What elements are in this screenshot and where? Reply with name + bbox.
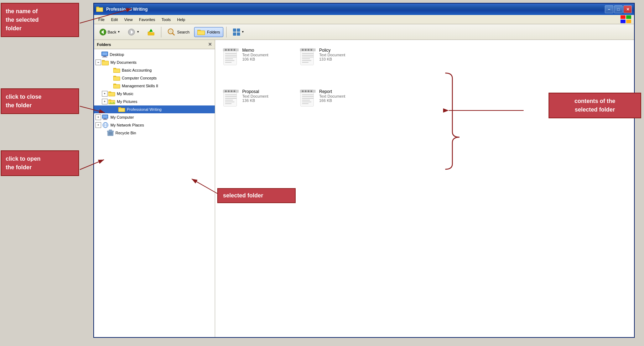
folders-label: Folders <box>207 30 220 34</box>
svg-marker-19 <box>149 29 153 32</box>
policy-type: Text Document <box>319 53 345 57</box>
desktop-label: Desktop <box>110 52 124 57</box>
views-button[interactable]: ▼ <box>229 26 248 38</box>
minimize-button[interactable]: − <box>605 5 613 13</box>
expand-my-music[interactable]: + <box>102 91 108 97</box>
svg-rect-38 <box>113 68 116 69</box>
management-skills-icon <box>113 83 120 89</box>
menu-edit[interactable]: Edit <box>108 16 121 23</box>
tree-item-my-computer[interactable]: + My Computer <box>94 113 215 121</box>
tree-item-my-network[interactable]: + My Network Places <box>94 121 215 129</box>
svg-rect-48 <box>109 93 115 96</box>
proposal-size: 136 KB <box>242 98 268 103</box>
tree-item-my-documents[interactable]: − My Documents <box>94 58 215 66</box>
up-button[interactable] <box>144 26 158 38</box>
toolbar: Back ▼ ▼ Search <box>94 24 634 40</box>
svg-rect-10 <box>626 15 631 19</box>
my-network-icon <box>102 122 109 128</box>
svg-rect-42 <box>114 77 120 80</box>
file-item-policy[interactable]: Policy Text Document 133 KB <box>298 46 369 81</box>
views-dropdown[interactable]: ▼ <box>242 30 244 33</box>
expand-my-computer[interactable]: + <box>95 114 101 120</box>
folders-button[interactable]: Folders <box>194 27 223 37</box>
svg-point-75 <box>234 49 235 51</box>
svg-point-98 <box>225 91 227 92</box>
toolbar-sep-1 <box>161 27 161 37</box>
file-item-proposal[interactable]: Proposal Text Document 136 KB <box>221 87 292 123</box>
tree-item-my-music[interactable]: + My Music <box>94 90 215 98</box>
svg-point-86 <box>305 49 307 51</box>
windows-logo <box>620 15 633 25</box>
menubar: File Edit View Favorites Tools Help <box>94 15 634 24</box>
close-button[interactable]: ✕ <box>623 5 632 13</box>
folders-panel-title: Folders <box>97 42 111 47</box>
svg-point-51 <box>110 101 111 102</box>
tree-item-basic-accounting[interactable]: Basic Accounting <box>94 66 215 74</box>
expand-my-pictures[interactable]: + <box>102 99 108 104</box>
professional-writing-icon <box>118 106 125 113</box>
basic-accounting-label: Basic Accounting <box>122 68 152 72</box>
search-label: Search <box>177 30 189 34</box>
svg-rect-8 <box>97 8 103 11</box>
memo-size: 106 KB <box>242 57 268 61</box>
back-dropdown[interactable]: ▼ <box>117 30 120 33</box>
svg-rect-9 <box>620 15 625 19</box>
annotation-selected-folder: selected folder <box>217 188 296 203</box>
svg-rect-58 <box>103 119 108 120</box>
svg-rect-41 <box>113 76 116 77</box>
annotation-contents: contents of theselected folder <box>549 93 641 118</box>
my-documents-icon <box>102 59 109 66</box>
tree-item-recycle-bin[interactable]: Recycle Bin <box>94 129 215 137</box>
back-button[interactable]: Back ▼ <box>96 27 123 37</box>
management-skills-label: Management Skills II <box>122 84 158 88</box>
forward-dropdown[interactable]: ▼ <box>136 30 139 33</box>
svg-point-74 <box>231 49 233 51</box>
menu-favorites[interactable]: Favorites <box>136 16 158 23</box>
svg-point-113 <box>308 91 310 92</box>
svg-rect-45 <box>114 85 120 88</box>
tree-item-desktop[interactable]: Desktop <box>94 51 215 58</box>
svg-point-99 <box>228 91 230 92</box>
policy-icon <box>300 48 316 67</box>
tree-item-management-skills[interactable]: Management Skills II <box>94 82 215 90</box>
search-button[interactable]: Search <box>164 26 193 38</box>
desktop-icon <box>101 51 108 58</box>
tree-item-professional-writing[interactable]: Professional Writing <box>94 105 215 113</box>
svg-rect-26 <box>233 29 236 32</box>
tree-item-my-pictures[interactable]: + My Pictures <box>94 98 215 105</box>
svg-point-85 <box>302 49 304 51</box>
menu-tools[interactable]: Tools <box>159 16 174 23</box>
svg-point-62 <box>103 123 108 128</box>
svg-rect-44 <box>113 84 116 85</box>
svg-point-87 <box>308 49 310 51</box>
svg-rect-29 <box>237 32 240 36</box>
menu-help[interactable]: Help <box>174 16 188 23</box>
svg-rect-31 <box>102 52 107 55</box>
menu-file[interactable]: File <box>95 16 108 23</box>
svg-point-114 <box>311 91 312 92</box>
basic-accounting-icon <box>113 67 120 73</box>
memo-name: Memo <box>242 48 268 53</box>
expand-my-network[interactable]: + <box>95 122 101 128</box>
svg-rect-64 <box>107 131 114 132</box>
folders-close-button[interactable]: ✕ <box>208 42 212 47</box>
computer-concepts-label: Computer Concepts <box>122 76 157 80</box>
my-pictures-label: My Pictures <box>117 99 137 104</box>
my-documents-label: My Documents <box>110 60 136 64</box>
tree-item-computer-concepts[interactable]: Computer Concepts <box>94 74 215 82</box>
file-item-memo[interactable]: Memo Text Document 106 KB <box>221 46 292 81</box>
forward-button[interactable]: ▼ <box>125 27 142 37</box>
svg-point-101 <box>234 91 235 92</box>
svg-point-88 <box>311 49 312 51</box>
menu-view[interactable]: View <box>121 16 136 23</box>
my-pictures-icon <box>108 98 115 105</box>
toolbar-sep-2 <box>226 27 227 37</box>
svg-rect-27 <box>237 29 240 32</box>
svg-rect-25 <box>198 31 204 35</box>
file-item-report[interactable]: Report Text Document 166 KB <box>298 87 369 123</box>
collapse-my-documents[interactable]: − <box>95 60 101 65</box>
svg-point-73 <box>228 49 230 51</box>
maximize-button[interactable]: □ <box>614 5 623 13</box>
proposal-name: Proposal <box>242 89 268 94</box>
annotation-click-close: click to closethe folder <box>1 88 79 114</box>
